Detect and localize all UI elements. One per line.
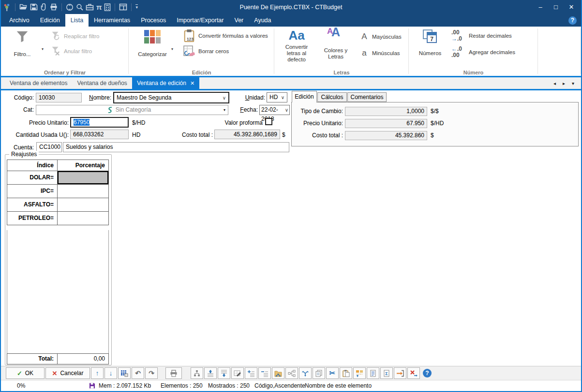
precio-unitario-input[interactable]: 67950 (70, 117, 129, 128)
delete-x-icon (410, 370, 418, 377)
tab-ventana-edicion[interactable]: Ventana de edición ✕ (132, 77, 199, 89)
copy-button[interactable] (313, 367, 325, 379)
decrease-level-button[interactable] (258, 367, 271, 379)
paste-button[interactable] (340, 367, 352, 379)
menu-lista[interactable]: Lista (65, 14, 89, 27)
close-tab-icon[interactable]: ✕ (190, 77, 194, 89)
tab-ventana-duenos[interactable]: Ventana de dueños (72, 77, 132, 89)
cancelar-button[interactable]: ✕ Cancelar (45, 367, 90, 379)
ok-button[interactable]: ✓ OK (6, 367, 45, 379)
help-icon[interactable]: ? (568, 16, 577, 25)
help-button[interactable]: ? (421, 367, 433, 379)
mayusculas-button[interactable]: A Mayúsculas (359, 30, 402, 43)
colores-letras-button[interactable]: AA Colores y Letras (317, 28, 355, 60)
pi-icon[interactable]: π (96, 3, 102, 11)
search-icon[interactable] (76, 3, 83, 11)
increase-level-button[interactable] (245, 367, 257, 379)
panel-tab-calculos[interactable]: Cálculos (317, 92, 347, 102)
panel-tab-comentarios[interactable]: Comentarios (347, 92, 387, 102)
insert-row-above-button[interactable] (204, 367, 217, 379)
unidad-combobox[interactable]: HD ∨ (267, 92, 287, 102)
move-down-button[interactable]: ↓ (104, 367, 117, 379)
renumber-button[interactable] (299, 367, 312, 379)
filtro-button[interactable]: Filtro... (7, 29, 38, 58)
cuenta-code-field[interactable]: CC1000 (36, 142, 62, 152)
minusculas-button[interactable]: a Minúsculas (359, 47, 400, 59)
print-button[interactable] (165, 367, 182, 379)
menu-ayuda[interactable]: Ayuda (249, 14, 276, 27)
chevron-down-icon[interactable]: ∨ (285, 105, 288, 115)
dropdown-icon[interactable]: ▾ (224, 105, 225, 115)
borrar-ceros-button[interactable]: Borrar ceros (183, 45, 229, 58)
menu-procesos[interactable]: Procesos (135, 14, 171, 27)
quick-access-menu-icon[interactable]: ▾ (135, 4, 138, 10)
tree-structure-button[interactable] (191, 367, 203, 379)
redo-button[interactable]: ↷ (145, 367, 158, 379)
tab-ventana-elementos[interactable]: Ventana de elementos (5, 77, 72, 89)
tab-next-icon[interactable]: ▸ (563, 81, 565, 86)
cut-button[interactable]: ✂ (326, 367, 339, 379)
restar-decimales-button[interactable]: .00 →.0 Restar decimales (451, 29, 512, 42)
print-icon[interactable] (50, 3, 58, 11)
chevron-down-icon[interactable]: ∨ (223, 93, 226, 103)
recalculate-button[interactable] (118, 367, 131, 379)
dolar-value-cell[interactable] (58, 171, 108, 184)
split-element-button[interactable] (353, 367, 366, 379)
row-up-icon (207, 370, 214, 377)
totals-button[interactable]: Σ (380, 367, 393, 379)
categorizar-dropdown-icon[interactable]: ▾ (171, 47, 173, 51)
menu-herramientas[interactable]: Herramientas (89, 14, 135, 27)
costo-unit-label: $ (282, 130, 285, 140)
menu-archivo[interactable]: Archivo (4, 14, 35, 27)
cat-combobox[interactable]: Sin Categoría ▾ (36, 105, 228, 115)
menu-bar: Archivo Edición Lista Herramientas Proce… (1, 14, 581, 27)
valor-proforma-checkbox[interactable] (265, 118, 272, 125)
agregar-decimales-button[interactable]: ←.0 .00 Agregar decimales (451, 46, 515, 58)
chevron-down-icon[interactable]: ∨ (281, 93, 284, 102)
anular-filtro-button[interactable]: Anular filtro (50, 45, 92, 58)
calculator-icon[interactable] (104, 3, 111, 11)
categorizar-button[interactable]: Categorizar (136, 29, 168, 58)
convertir-formulas-button[interactable]: 123 Convertir fórmulas a valores (183, 29, 268, 42)
tab-prev-icon[interactable]: ◂ (553, 81, 556, 86)
close-button[interactable]: ✕ (564, 0, 579, 14)
reaplicar-filtro-button[interactable]: Reaplicar filtro (50, 30, 100, 43)
reajustes-table: Índice Porcentaje DOLAR= IPC= ASFALTO= P… (7, 160, 109, 225)
cancelar-label: Cancelar (60, 370, 83, 377)
briefcase-icon[interactable] (86, 3, 94, 11)
menu-importar-exportar[interactable]: Importar/Exportar (171, 14, 229, 27)
insert-element-button[interactable] (394, 367, 406, 379)
arrow-up-icon: ↑ (96, 369, 99, 377)
maximize-button[interactable]: □ (548, 0, 564, 14)
nombre-combobox[interactable]: Maestro De Segunda ∨ (113, 92, 229, 103)
filtro-dropdown-icon[interactable]: ▾ (42, 47, 44, 51)
report-button[interactable] (367, 367, 379, 379)
progress-indicator: 0% (17, 380, 25, 391)
panel-tab-edicion[interactable]: Edición (292, 91, 317, 102)
attach-icon[interactable] (40, 3, 47, 11)
menu-edicion[interactable]: Edición (35, 14, 65, 27)
ipc-value-cell[interactable] (58, 185, 108, 198)
numeros-button[interactable]: 7 Números (416, 29, 445, 57)
cantidad-usada-label: Cantidad Usada U(): (5, 130, 69, 140)
save-icon[interactable] (30, 3, 38, 11)
edit-cell-button[interactable] (231, 367, 244, 379)
move-up-button[interactable]: ↑ (91, 367, 104, 379)
open-file-icon[interactable] (19, 3, 28, 11)
sync-icon[interactable] (66, 3, 74, 11)
undo-button[interactable]: ↶ (132, 367, 144, 379)
edit-window-content: Código: 10030 Nombre: Maestro De Segunda… (1, 90, 581, 366)
help-icon: ? (423, 369, 432, 377)
fecha-combobox[interactable]: 22-02-2018 ∨ (259, 105, 290, 115)
move-branch-button[interactable] (272, 367, 284, 379)
insert-row-below-button[interactable] (218, 367, 230, 379)
petroleo-value-cell[interactable] (58, 212, 108, 225)
minimize-button[interactable]: – (533, 0, 548, 14)
reorganize-button[interactable] (285, 367, 298, 379)
menu-ver[interactable]: Ver (229, 14, 249, 27)
delete-element-button[interactable] (407, 367, 420, 379)
asfalto-value-cell[interactable] (58, 198, 108, 211)
window-layout-icon[interactable] (119, 3, 127, 11)
tab-menu-icon[interactable]: ▾ (572, 81, 574, 86)
convertir-letras-button[interactable]: Aa Convertir letras al defecto (281, 28, 312, 63)
